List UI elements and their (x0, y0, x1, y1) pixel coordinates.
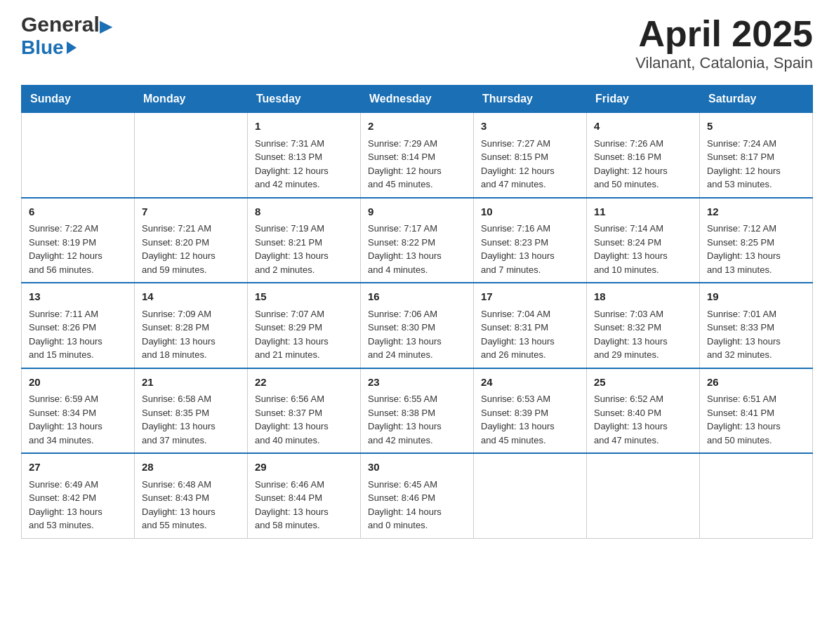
day-info-line: Daylight: 13 hours (707, 249, 805, 263)
day-info-line: Daylight: 13 hours (368, 335, 466, 349)
day-info-line: and 26 minutes. (481, 348, 579, 362)
day-info-line: and 50 minutes. (594, 177, 692, 192)
day-number: 14 (142, 289, 240, 305)
calendar-cell (700, 453, 813, 538)
logo-text: General▶ (21, 14, 112, 35)
day-info-line: and 47 minutes. (481, 177, 579, 192)
day-info-line: Daylight: 12 hours (29, 249, 127, 263)
day-info-line: and 18 minutes. (142, 348, 240, 362)
day-info-line: and 10 minutes. (594, 263, 692, 277)
day-number: 5 (707, 119, 805, 135)
calendar-cell: 22Sunrise: 6:56 AMSunset: 8:37 PMDayligh… (248, 368, 361, 454)
day-info-line: Sunset: 8:26 PM (29, 321, 127, 335)
day-info-line: Sunset: 8:37 PM (255, 406, 353, 420)
day-info-line: Sunset: 8:44 PM (255, 491, 353, 505)
day-info-line: Sunrise: 7:27 AM (481, 137, 579, 151)
day-info-line: Sunset: 8:35 PM (142, 406, 240, 420)
day-info-line: Sunset: 8:13 PM (255, 150, 353, 164)
calendar-cell: 2Sunrise: 7:29 AMSunset: 8:14 PMDaylight… (361, 113, 474, 198)
day-info-line: Sunset: 8:46 PM (368, 491, 466, 505)
day-number: 21 (142, 375, 240, 391)
calendar-cell: 26Sunrise: 6:51 AMSunset: 8:41 PMDayligh… (700, 368, 813, 454)
day-info-line: Sunrise: 7:26 AM (594, 137, 692, 151)
day-info-line: Sunset: 8:20 PM (142, 236, 240, 250)
day-info-line: and 45 minutes. (481, 434, 579, 448)
day-info-line: and 53 minutes. (29, 518, 127, 532)
calendar-cell: 15Sunrise: 7:07 AMSunset: 8:29 PMDayligh… (248, 283, 361, 368)
day-info-line: and 4 minutes. (368, 263, 466, 277)
day-info-line: Daylight: 13 hours (481, 249, 579, 263)
day-info-line: Daylight: 14 hours (368, 505, 466, 519)
day-info-line: Sunrise: 7:07 AM (255, 307, 353, 321)
day-info-line: Daylight: 13 hours (29, 505, 127, 519)
calendar-cell: 5Sunrise: 7:24 AMSunset: 8:17 PMDaylight… (700, 113, 813, 198)
calendar-cell: 23Sunrise: 6:55 AMSunset: 8:38 PMDayligh… (361, 368, 474, 454)
day-info-line: Sunrise: 6:46 AM (255, 478, 353, 492)
day-header-tuesday: Tuesday (248, 86, 361, 113)
day-info-line: Sunrise: 7:12 AM (707, 222, 805, 236)
day-info-line: Sunset: 8:15 PM (481, 150, 579, 164)
day-number: 24 (481, 375, 579, 391)
day-info-line: Daylight: 13 hours (368, 249, 466, 263)
day-info-line: Daylight: 13 hours (142, 505, 240, 519)
day-info-line: Daylight: 13 hours (142, 420, 240, 434)
calendar-cell: 6Sunrise: 7:22 AMSunset: 8:19 PMDaylight… (22, 198, 135, 283)
day-info-line: and 42 minutes. (368, 434, 466, 448)
day-info-line: Daylight: 13 hours (255, 505, 353, 519)
calendar-cell: 18Sunrise: 7:03 AMSunset: 8:32 PMDayligh… (587, 283, 700, 368)
day-info-line: and 42 minutes. (255, 177, 353, 192)
day-info-line: Sunset: 8:40 PM (594, 406, 692, 420)
logo-arrow-icon (67, 41, 77, 54)
day-number: 30 (368, 459, 466, 476)
day-info-line: Sunrise: 7:04 AM (481, 307, 579, 321)
calendar-cell (474, 453, 587, 538)
day-info-line: and 55 minutes. (142, 518, 240, 532)
day-info-line: Sunrise: 7:22 AM (29, 222, 127, 236)
day-info-line: Sunrise: 6:55 AM (368, 392, 466, 406)
page-header: General▶ Blue April 2025 Vilanant, Catal… (21, 14, 813, 72)
day-info-line: Sunrise: 7:09 AM (142, 307, 240, 321)
day-info-line: Sunset: 8:19 PM (29, 236, 127, 250)
day-info-line: Sunset: 8:41 PM (707, 406, 805, 420)
day-info-line: and 0 minutes. (368, 518, 466, 532)
day-info-line: Sunrise: 7:29 AM (368, 137, 466, 151)
day-info-line: Sunset: 8:22 PM (368, 236, 466, 250)
calendar-cell: 11Sunrise: 7:14 AMSunset: 8:24 PMDayligh… (587, 198, 700, 283)
day-info-line: Sunset: 8:38 PM (368, 406, 466, 420)
day-number: 10 (481, 204, 579, 220)
day-info-line: and 58 minutes. (255, 518, 353, 532)
day-info-line: Sunset: 8:31 PM (481, 321, 579, 335)
day-number: 25 (594, 375, 692, 391)
calendar-cell: 24Sunrise: 6:53 AMSunset: 8:39 PMDayligh… (474, 368, 587, 454)
calendar-cell: 17Sunrise: 7:04 AMSunset: 8:31 PMDayligh… (474, 283, 587, 368)
day-info-line: Sunrise: 7:24 AM (707, 137, 805, 151)
calendar-subtitle: Vilanant, Catalonia, Spain (635, 54, 813, 72)
day-number: 1 (255, 119, 353, 135)
day-info-line: Daylight: 13 hours (594, 249, 692, 263)
calendar-cell: 14Sunrise: 7:09 AMSunset: 8:28 PMDayligh… (135, 283, 248, 368)
day-info-line: Sunrise: 6:49 AM (29, 478, 127, 492)
day-info-line: and 7 minutes. (481, 263, 579, 277)
calendar-cell: 30Sunrise: 6:45 AMSunset: 8:46 PMDayligh… (361, 453, 474, 538)
day-header-thursday: Thursday (474, 86, 587, 113)
day-info-line: and 53 minutes. (707, 177, 805, 192)
day-info-line: Daylight: 13 hours (594, 420, 692, 434)
day-info-line: Sunset: 8:42 PM (29, 491, 127, 505)
calendar-table: SundayMondayTuesdayWednesdayThursdayFrid… (21, 85, 813, 539)
calendar-cell: 27Sunrise: 6:49 AMSunset: 8:42 PMDayligh… (22, 453, 135, 538)
day-header-friday: Friday (587, 86, 700, 113)
day-info-line: Sunrise: 6:48 AM (142, 478, 240, 492)
day-info-line: Sunrise: 6:52 AM (594, 392, 692, 406)
calendar-cell: 8Sunrise: 7:19 AMSunset: 8:21 PMDaylight… (248, 198, 361, 283)
day-info-line: Sunset: 8:16 PM (594, 150, 692, 164)
day-info-line: Daylight: 13 hours (481, 335, 579, 349)
day-info-line: Sunrise: 7:16 AM (481, 222, 579, 236)
day-info-line: Sunset: 8:21 PM (255, 236, 353, 250)
day-info-line: Daylight: 13 hours (29, 335, 127, 349)
calendar-week-row: 20Sunrise: 6:59 AMSunset: 8:34 PMDayligh… (22, 368, 813, 454)
calendar-cell: 20Sunrise: 6:59 AMSunset: 8:34 PMDayligh… (22, 368, 135, 454)
calendar-cell: 12Sunrise: 7:12 AMSunset: 8:25 PMDayligh… (700, 198, 813, 283)
calendar-title: April 2025 (635, 14, 813, 54)
day-number: 6 (29, 204, 127, 220)
day-number: 2 (368, 119, 466, 135)
